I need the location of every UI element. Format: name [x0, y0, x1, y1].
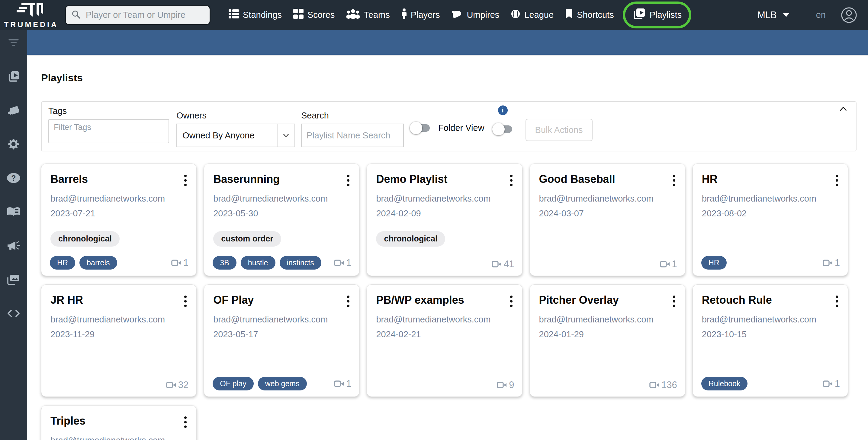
- nav-item-scores[interactable]: Scores: [287, 9, 340, 21]
- playlist-title: Demo Playlist: [376, 173, 494, 185]
- code-icon[interactable]: [6, 308, 21, 319]
- playlist-owner: brad@trumedianetworks.com: [51, 194, 187, 204]
- playlist-owner: brad@trumedianetworks.com: [51, 436, 187, 440]
- sidebar-playlists-icon[interactable]: [6, 71, 21, 82]
- nav-item-shortcuts[interactable]: Shortcuts: [559, 9, 620, 21]
- kebab-menu-icon[interactable]: [183, 415, 188, 429]
- playlist-date: 2023-05-17: [213, 329, 350, 340]
- collapse-panel-chevron-up-icon[interactable]: [838, 106, 848, 114]
- video-count-value: 1: [183, 258, 188, 268]
- standings-icon: [229, 9, 239, 21]
- sort-order-badge: chronological: [376, 231, 445, 246]
- kebab-menu-icon[interactable]: [672, 173, 677, 187]
- playlist-card[interactable]: Good Baseballbrad@trumedianetworks.com20…: [530, 164, 685, 276]
- video-count: 1: [823, 378, 840, 389]
- playlist-title: HR: [702, 173, 819, 185]
- playlist-tag[interactable]: OF play: [213, 377, 254, 390]
- owners-label: Owners: [176, 111, 295, 121]
- nav-item-standings[interactable]: Standings: [223, 9, 287, 21]
- video-count-value: 1: [346, 378, 351, 389]
- owners-select[interactable]: Owned By Anyone: [176, 124, 295, 147]
- svg-text:?: ?: [11, 174, 16, 182]
- bulk-actions-button[interactable]: Bulk Actions: [526, 119, 593, 141]
- video-count: 32: [166, 380, 188, 390]
- announcements-megaphone-icon[interactable]: [6, 240, 21, 251]
- nav-item-label: Playlists: [650, 10, 682, 20]
- playlist-card[interactable]: Demo Playlistbrad@trumedianetworks.com20…: [367, 164, 522, 276]
- playlist-tag[interactable]: barrels: [80, 256, 117, 269]
- video-count: 1: [334, 378, 351, 389]
- video-count-value: 9: [509, 380, 514, 390]
- playlist-card[interactable]: Pitcher Overlaybrad@trumedianetworks.com…: [530, 284, 685, 397]
- language-toggle[interactable]: en: [816, 10, 826, 20]
- user-account-icon[interactable]: [841, 7, 857, 23]
- help-icon[interactable]: ?: [6, 173, 21, 183]
- trumedia-logo[interactable]: TRUMEDIA: [3, 1, 59, 29]
- playlist-name-search-input[interactable]: [301, 124, 404, 147]
- video-count-value: 1: [835, 378, 840, 389]
- video-count-value: 1: [672, 259, 677, 269]
- nav-item-umpires[interactable]: Umpires: [445, 9, 505, 21]
- playlist-card[interactable]: OF Playbrad@trumedianetworks.com2023-05-…: [204, 284, 360, 397]
- playlist-tag[interactable]: 3B: [213, 256, 237, 269]
- playlist-card[interactable]: JR HRbrad@trumedianetworks.com2023-11-29…: [41, 284, 196, 397]
- folder-view-toggle[interactable]: [411, 124, 430, 132]
- video-count: 1: [823, 258, 840, 268]
- guide-book-icon[interactable]: [6, 206, 21, 217]
- filter-icon[interactable]: [6, 37, 21, 48]
- nav-item-playlists[interactable]: Playlists: [623, 1, 691, 28]
- playlist-owner: brad@trumedianetworks.com: [213, 194, 350, 204]
- playlist-tag[interactable]: HR: [701, 256, 727, 269]
- kebab-menu-icon[interactable]: [183, 173, 188, 187]
- kebab-menu-icon[interactable]: [183, 294, 188, 308]
- playlist-card-footer: Rulebook1: [701, 377, 840, 390]
- playlist-tag[interactable]: instincts: [280, 256, 321, 269]
- nav-item-players[interactable]: Players: [396, 8, 446, 22]
- playlist-tag[interactable]: web gems: [258, 377, 307, 390]
- bulk-actions-toggle[interactable]: [494, 125, 512, 133]
- sidebar-cards-icon[interactable]: [6, 105, 21, 116]
- playlist-card-footer: 136: [538, 380, 677, 390]
- main-content: Playlists Tags Filter Tags Owners Owned …: [27, 56, 868, 440]
- tags-filter-input[interactable]: Filter Tags: [48, 119, 169, 143]
- playlist-date: 2023-08-02: [702, 208, 839, 218]
- playlist-card[interactable]: HRbrad@trumedianetworks.com2023-08-02HR1: [692, 164, 848, 276]
- settings-gear-icon[interactable]: [6, 139, 21, 150]
- brand-name: TRUMEDIA: [4, 20, 58, 29]
- kebab-menu-icon[interactable]: [509, 173, 514, 187]
- playlist-owner: brad@trumedianetworks.com: [539, 315, 676, 325]
- tags-placeholder: Filter Tags: [54, 123, 91, 132]
- info-icon[interactable]: i: [498, 106, 508, 115]
- search-input[interactable]: [85, 10, 204, 20]
- playlist-tag[interactable]: Rulebook: [701, 377, 748, 390]
- playlist-title: Pitcher Overlay: [539, 294, 657, 306]
- playlist-owner: brad@trumedianetworks.com: [376, 194, 513, 204]
- playlist-card[interactable]: Barrelsbrad@trumedianetworks.com2023-07-…: [41, 164, 196, 276]
- playlist-date: 2023-10-15: [702, 329, 839, 340]
- playlist-card[interactable]: Triplesbrad@trumedianetworks.com: [41, 405, 196, 440]
- global-search[interactable]: [66, 6, 210, 24]
- video-count: 1: [171, 258, 188, 268]
- playlist-card[interactable]: Baserunningbrad@trumedianetworks.com2023…: [204, 164, 360, 276]
- kebab-menu-icon[interactable]: [346, 294, 351, 308]
- nav-item-teams[interactable]: Teams: [340, 9, 395, 21]
- kebab-menu-icon[interactable]: [672, 294, 677, 308]
- playlist-owner: brad@trumedianetworks.com: [539, 194, 676, 204]
- kebab-menu-icon[interactable]: [835, 294, 839, 308]
- video-count: 1: [334, 258, 351, 268]
- playlist-card[interactable]: PB/WP examplesbrad@trumedianetworks.com2…: [367, 284, 522, 397]
- video-count-value: 32: [178, 380, 188, 390]
- playlist-card[interactable]: Retouch Rulebrad@trumedianetworks.com202…: [692, 284, 848, 397]
- filter-panel: Tags Filter Tags Owners Owned By Anyone …: [41, 101, 857, 151]
- league-selector[interactable]: MLB: [757, 10, 789, 21]
- playlist-owner: brad@trumedianetworks.com: [376, 315, 513, 325]
- top-nav: TRUMEDIA Standings: [0, 0, 868, 30]
- kebab-menu-icon[interactable]: [835, 173, 839, 187]
- media-images-icon[interactable]: [6, 274, 21, 285]
- playlist-tag[interactable]: hustle: [241, 256, 275, 269]
- nav-item-league[interactable]: League: [505, 9, 559, 21]
- playlist-title: PB/WP examples: [376, 294, 494, 306]
- kebab-menu-icon[interactable]: [346, 173, 351, 187]
- playlist-tag[interactable]: HR: [50, 256, 75, 269]
- kebab-menu-icon[interactable]: [509, 294, 514, 308]
